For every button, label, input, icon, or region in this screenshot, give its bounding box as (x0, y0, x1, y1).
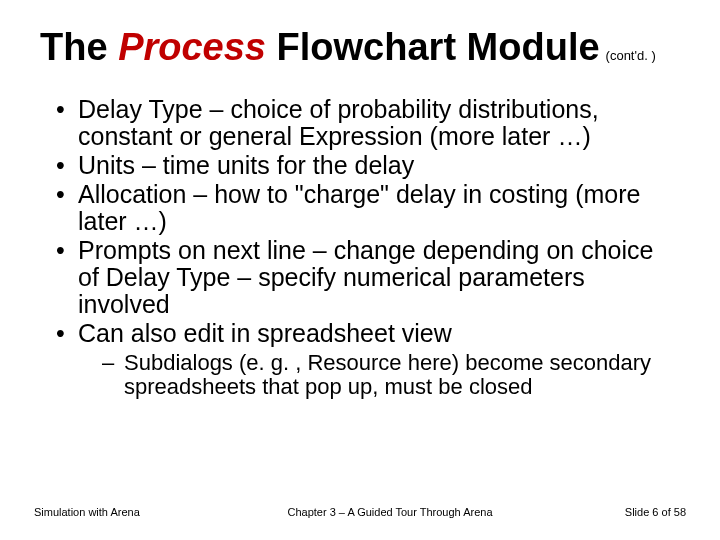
sub-bullet-item: Subdialogs (e. g. , Resource here) becom… (106, 351, 680, 399)
slide: The Process Flowchart Module(cont'd. ) D… (0, 0, 720, 540)
footer-center: Chapter 3 – A Guided Tour Through Arena (214, 506, 566, 518)
bullet-text: Units – time units for the delay (78, 151, 414, 179)
bullet-text: Allocation – how to "charge" delay in co… (78, 180, 641, 235)
title-part-2: Process (118, 26, 266, 68)
slide-footer: Simulation with Arena Chapter 3 – A Guid… (0, 506, 720, 518)
bullet-item: Can also edit in spreadsheet view Subdia… (60, 320, 680, 399)
sub-bullet-text: Subdialogs (e. g. , Resource here) becom… (124, 350, 651, 399)
title-contd: (cont'd. ) (600, 48, 656, 63)
bullet-item: Prompts on next line – change depending … (60, 237, 680, 318)
bullet-text: Prompts on next line – change depending … (78, 236, 653, 318)
bullet-list: Delay Type – choice of probability distr… (40, 96, 680, 399)
footer-left: Simulation with Arena (34, 506, 214, 518)
bullet-item: Delay Type – choice of probability distr… (60, 96, 680, 150)
slide-title: The Process Flowchart Module(cont'd. ) (40, 28, 680, 68)
sub-bullet-list: Subdialogs (e. g. , Resource here) becom… (78, 351, 680, 399)
bullet-text: Can also edit in spreadsheet view (78, 319, 452, 347)
title-part-3: Flowchart Module (266, 26, 600, 68)
bullet-item: Allocation – how to "charge" delay in co… (60, 181, 680, 235)
bullet-text: Delay Type – choice of probability distr… (78, 95, 599, 150)
footer-right: Slide 6 of 58 (566, 506, 686, 518)
bullet-item: Units – time units for the delay (60, 152, 680, 179)
title-part-1: The (40, 26, 118, 68)
